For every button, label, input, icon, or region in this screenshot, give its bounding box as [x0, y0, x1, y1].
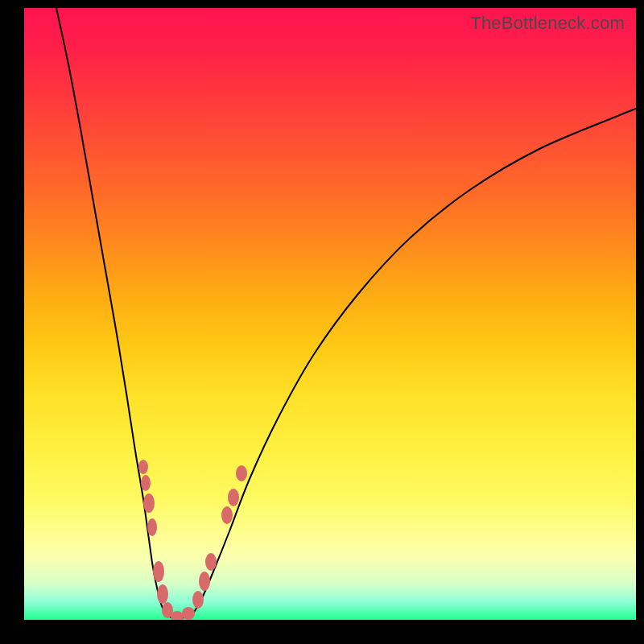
data-marker: [157, 584, 168, 604]
data-marker: [143, 493, 155, 513]
chart-frame: TheBottleneck.com: [0, 0, 644, 644]
data-marker: [192, 591, 204, 609]
data-marker: [205, 553, 217, 571]
data-marker: [228, 489, 239, 506]
data-marker: [138, 460, 148, 474]
data-marker: [199, 572, 210, 591]
data-marker: [147, 518, 157, 536]
data-marker: [221, 506, 233, 524]
chart-svg: [24, 8, 636, 620]
data-marker: [141, 475, 151, 491]
plot-area: TheBottleneck.com: [24, 8, 636, 620]
markers-group: [138, 460, 247, 620]
data-marker: [182, 607, 195, 620]
data-marker: [153, 561, 164, 582]
curve-right: [193, 109, 636, 613]
data-marker: [236, 465, 247, 481]
